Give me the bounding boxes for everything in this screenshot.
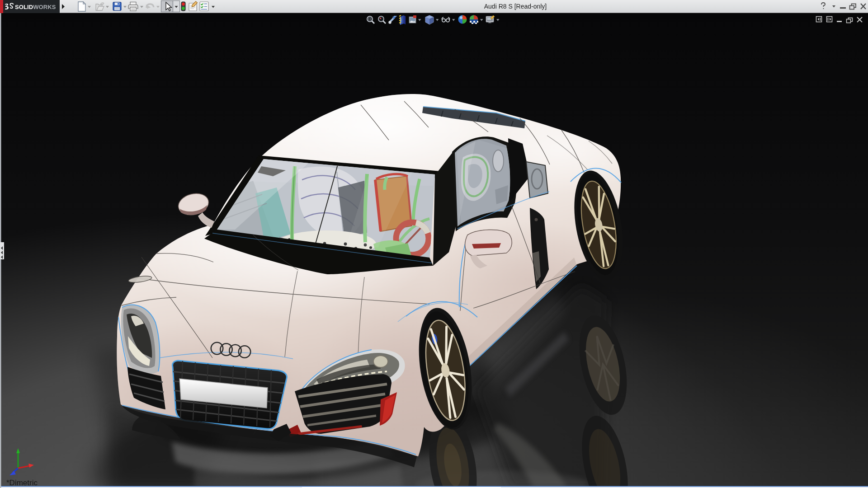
- svg-text:*Dimetric: *Dimetric: [6, 479, 38, 487]
- svg-text:SOLIDWORKS: SOLIDWORKS: [15, 4, 56, 10]
